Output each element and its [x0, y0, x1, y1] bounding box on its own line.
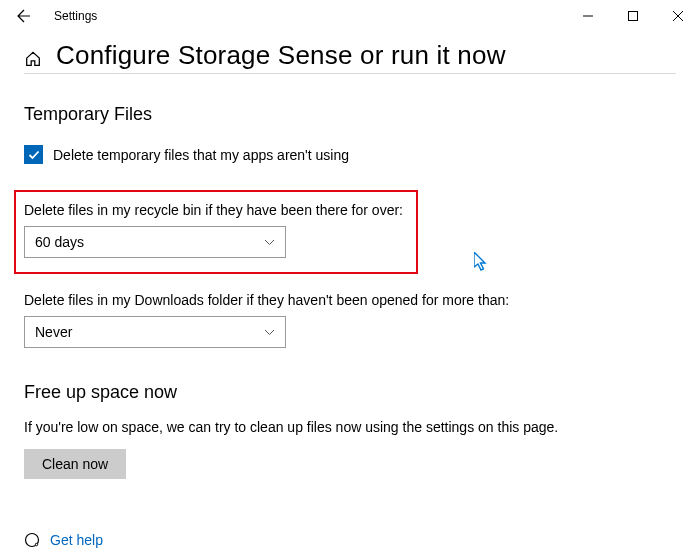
titlebar: Settings [0, 0, 700, 32]
content-area: Configure Storage Sense or run it now Te… [0, 32, 700, 479]
recycle-bin-label: Delete files in my recycle bin if they h… [24, 202, 408, 218]
free-up-space-text: If you're low on space, we can try to cl… [24, 419, 676, 435]
svg-point-3 [35, 543, 37, 545]
delete-temp-files-row[interactable]: Delete temporary files that my apps aren… [24, 145, 676, 164]
home-icon[interactable] [24, 50, 42, 68]
downloads-value: Never [35, 324, 72, 340]
chevron-down-icon [264, 236, 275, 248]
page-title: Configure Storage Sense or run it now [56, 40, 506, 71]
downloads-label: Delete files in my Downloads folder if t… [24, 292, 676, 308]
downloads-select[interactable]: Never [24, 316, 286, 348]
get-help-link[interactable]: Get help [50, 532, 103, 548]
delete-temp-files-label: Delete temporary files that my apps aren… [53, 147, 349, 163]
downloads-setting: Delete files in my Downloads folder if t… [24, 292, 676, 348]
free-up-space-heading: Free up space now [24, 382, 676, 403]
delete-temp-files-checkbox[interactable] [24, 145, 43, 164]
minimize-button[interactable] [565, 0, 610, 32]
checkmark-icon [27, 148, 41, 162]
close-button[interactable] [655, 0, 700, 32]
recycle-bin-highlight: Delete files in my recycle bin if they h… [14, 190, 418, 274]
clean-now-button[interactable]: Clean now [24, 449, 126, 479]
recycle-bin-value: 60 days [35, 234, 84, 250]
temporary-files-heading: Temporary Files [24, 104, 676, 125]
back-button[interactable] [0, 0, 48, 32]
recycle-bin-select[interactable]: 60 days [24, 226, 286, 258]
chevron-down-icon [264, 326, 275, 338]
close-icon [673, 11, 683, 21]
back-arrow-icon [16, 8, 32, 24]
svg-rect-1 [628, 12, 637, 21]
window-title: Settings [54, 9, 97, 23]
help-icon [24, 532, 40, 548]
maximize-button[interactable] [610, 0, 655, 32]
maximize-icon [628, 11, 638, 21]
page-header: Configure Storage Sense or run it now [24, 40, 676, 74]
window-controls [565, 0, 700, 32]
get-help-row[interactable]: Get help [24, 532, 103, 548]
minimize-icon [583, 11, 593, 21]
